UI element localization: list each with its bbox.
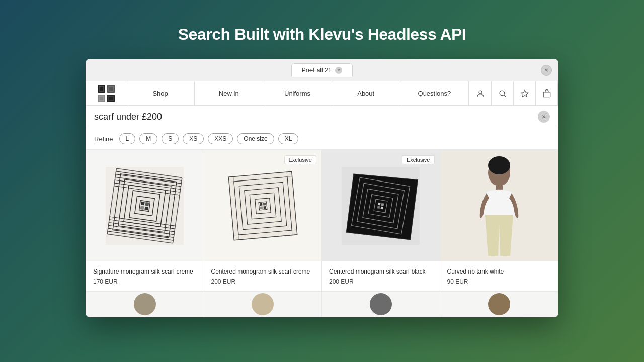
svg-point-66: [488, 156, 510, 174]
svg-rect-3: [107, 95, 115, 102]
product-name-1: Signature monogram silk scarf creme: [93, 267, 197, 276]
browser-chrome: Pre-Fall 21 × ×: [86, 59, 558, 81]
wishlist-icon: [520, 89, 529, 98]
thumb-image-4: [487, 292, 512, 317]
product-thumb-3[interactable]: [322, 292, 440, 317]
nav-item-shop[interactable]: Shop: [126, 81, 195, 105]
product-info-1: Signature monogram silk scarf creme 170 …: [86, 261, 204, 291]
exclusive-badge-3: Exclusive: [402, 155, 434, 164]
filter-tag-m[interactable]: M: [139, 133, 157, 144]
search-clear-button[interactable]: ×: [538, 111, 550, 123]
product-name-2: Centered monogram silk scarf creme: [211, 267, 315, 276]
filter-tag-xs[interactable]: XS: [183, 133, 204, 144]
svg-point-71: [488, 293, 510, 315]
product-image-2: [204, 150, 322, 261]
browser-window: Pre-Fall 21 × × Shop New in Uniforms Abo: [86, 59, 558, 317]
svg-marker-11: [521, 90, 528, 97]
svg-rect-62: [377, 206, 380, 209]
nav-bar: Shop New in Uniforms About Questions?: [86, 81, 558, 106]
nav-item-new-in[interactable]: New in: [195, 81, 263, 105]
product-price-3: 200 EUR: [329, 278, 433, 285]
svg-rect-63: [381, 206, 384, 209]
tab-title: Pre-Fall 21: [302, 67, 332, 74]
product-thumb-4[interactable]: [440, 292, 558, 317]
search-icon: [498, 89, 507, 98]
svg-point-8: [479, 90, 482, 94]
product-info-3: Centered monogram silk scarf black 200 E…: [322, 261, 440, 291]
svg-rect-22: [145, 202, 149, 206]
svg-rect-0: [98, 85, 105, 93]
product-price-4: 90 EUR: [447, 278, 551, 285]
page-heading: Search Built with Klevu's Headless API: [178, 25, 466, 44]
account-icon-button[interactable]: [469, 81, 492, 106]
refine-label: Refine: [94, 135, 113, 143]
product-image-1: [86, 150, 204, 261]
product-name-3: Centered monogram silk scarf black: [329, 267, 433, 276]
svg-point-70: [370, 293, 392, 315]
svg-rect-24: [145, 206, 149, 210]
nav-items: Shop New in Uniforms About Questions?: [126, 81, 469, 105]
tab-close-button[interactable]: ×: [335, 67, 342, 74]
cart-icon-button[interactable]: [536, 81, 558, 106]
svg-rect-48: [263, 206, 266, 208]
refine-bar: Refine L M S XS XXS One size XL: [86, 128, 558, 150]
product-price-1: 170 EUR: [93, 278, 197, 285]
nav-icons: [469, 81, 558, 105]
thumb-image-3: [368, 292, 393, 317]
product-info-4: Curved rib tank white 90 EUR: [440, 261, 558, 291]
filter-tag-onesize[interactable]: One size: [237, 133, 274, 144]
nav-logo[interactable]: [86, 81, 126, 105]
svg-rect-2: [98, 95, 105, 102]
svg-rect-47: [260, 206, 263, 209]
product-image-4: [440, 150, 558, 261]
cart-icon: [542, 89, 551, 98]
product-card-4[interactable]: Curved rib tank white 90 EUR: [440, 150, 558, 291]
product-thumb-1[interactable]: [86, 292, 204, 317]
product-card-1[interactable]: Signature monogram silk scarf creme 170 …: [86, 150, 204, 291]
svg-rect-60: [378, 202, 381, 205]
filter-tag-l[interactable]: L: [119, 133, 136, 144]
svg-point-9: [500, 90, 505, 96]
filter-tag-xl[interactable]: XL: [278, 133, 299, 144]
filter-tag-xxs[interactable]: XXS: [208, 133, 233, 144]
browser-tab: Pre-Fall 21 ×: [291, 63, 353, 77]
exclusive-badge-2: Exclusive: [284, 155, 316, 164]
product-thumb-2[interactable]: [204, 292, 323, 317]
person-image-4: [469, 150, 529, 261]
svg-rect-23: [140, 206, 144, 210]
product-name-4: Curved rib tank white: [447, 267, 551, 276]
nav-item-about[interactable]: About: [332, 81, 400, 105]
nav-item-questions[interactable]: Questions?: [400, 81, 469, 105]
search-input[interactable]: [94, 112, 538, 122]
thumb-image-2: [250, 292, 275, 317]
logo-icon: [97, 84, 115, 103]
scarf-image-3: [342, 167, 420, 245]
svg-point-68: [134, 293, 156, 315]
browser-close-button[interactable]: ×: [541, 65, 552, 76]
svg-rect-45: [260, 203, 262, 205]
thumb-image-1: [132, 292, 157, 317]
filter-tag-s[interactable]: S: [162, 133, 179, 144]
products-grid: Signature monogram silk scarf creme 170 …: [86, 150, 558, 291]
products-row2: [86, 291, 558, 317]
svg-point-69: [252, 293, 274, 315]
svg-rect-61: [381, 203, 384, 206]
svg-rect-1: [107, 85, 115, 93]
product-price-2: 200 EUR: [211, 278, 315, 285]
product-card-3[interactable]: Exclusive: [322, 150, 440, 291]
nav-item-uniforms[interactable]: Uniforms: [263, 81, 332, 105]
svg-rect-46: [263, 203, 266, 205]
search-icon-button[interactable]: [492, 81, 514, 106]
search-bar: ×: [86, 106, 558, 128]
svg-line-10: [504, 95, 506, 97]
account-icon: [476, 89, 485, 98]
wishlist-icon-button[interactable]: [514, 81, 536, 106]
product-image-3: [322, 150, 440, 261]
svg-rect-21: [141, 201, 145, 205]
svg-rect-12: [543, 92, 550, 97]
svg-marker-38: [228, 171, 297, 240]
scarf-image-1: [106, 167, 184, 245]
product-card-2[interactable]: Exclusive: [204, 150, 323, 291]
scarf-image-2: [224, 167, 302, 245]
svg-rect-14: [107, 168, 182, 243]
